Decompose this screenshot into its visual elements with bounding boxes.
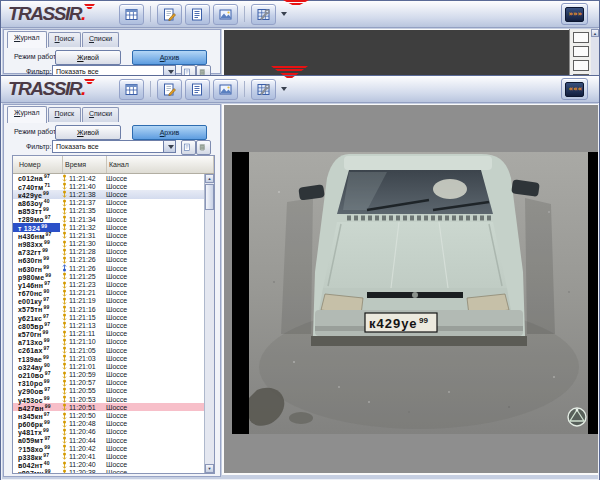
direction-down-icon — [60, 461, 69, 469]
time-cell: 11:21:21 — [69, 289, 106, 296]
time-cell: 11:21:26 — [69, 265, 106, 272]
time-cell: 11:21:37 — [69, 199, 106, 206]
direction-down-icon — [60, 354, 69, 362]
channel-cell: Шоссе — [106, 428, 205, 435]
collapse-chevrons-icon: ««« — [565, 82, 584, 97]
channel-cell: Шоссе — [106, 355, 205, 362]
chevron-down-icon — [168, 145, 174, 149]
video-panel: к429уе 99 — [222, 104, 598, 475]
scroll-up-button[interactable]: ▲ — [591, 29, 599, 37]
table-view-button[interactable] — [119, 4, 144, 25]
direction-down-icon — [60, 379, 69, 387]
live-mode-button[interactable]: Живой — [55, 50, 121, 65]
live-mode-button[interactable]: Живой — [55, 125, 121, 140]
toolbar-dropdown-icon[interactable] — [281, 87, 287, 91]
collapse-panel-button[interactable]: ««« — [561, 78, 588, 100]
chevron-down-icon — [168, 70, 174, 74]
archive-mode-button[interactable]: Архив — [132, 125, 207, 140]
filter-row: Фильтр: Показать все — [4, 140, 220, 154]
direction-down-icon — [60, 313, 69, 321]
column-header-channel[interactable]: Канал — [107, 156, 214, 173]
direction-down-icon — [60, 231, 69, 239]
edit-document-icon — [163, 83, 176, 96]
archive-mode-button[interactable]: Архив — [132, 50, 207, 65]
image-view-button[interactable] — [213, 4, 238, 25]
layout-settings-icon — [257, 83, 270, 96]
direction-down-icon — [60, 321, 69, 329]
direction-down-icon — [60, 469, 69, 473]
time-cell: 11:20:59 — [69, 371, 106, 378]
image-view-button[interactable] — [213, 79, 238, 100]
toolbar-divider — [150, 6, 151, 22]
table-scrollbar[interactable]: ▲ ▼ — [204, 174, 214, 473]
combo-dropdown-button[interactable] — [163, 141, 175, 152]
journal-panel: Журнал Поиск Списки Режим работы: Живой … — [3, 29, 221, 74]
license-plate-region: 99 — [419, 316, 428, 325]
layout-settings-button[interactable] — [251, 4, 276, 25]
direction-down-icon — [60, 190, 69, 198]
layout-settings-button[interactable] — [251, 79, 276, 100]
toolbar-dropdown-icon[interactable] — [281, 12, 287, 16]
channel-cell: Шоссе — [106, 412, 205, 419]
plate-cell: к807мн99 — [13, 468, 60, 473]
channel-cell: Шоссе — [106, 273, 205, 280]
edit-document-button[interactable] — [157, 79, 182, 100]
toolbar-divider — [244, 6, 245, 22]
driver-hat — [433, 179, 467, 199]
time-cell: 11:20:42 — [69, 445, 106, 452]
time-cell: 11:21:01 — [69, 363, 106, 370]
image-view-icon — [219, 8, 232, 21]
video-area-empty — [222, 29, 569, 77]
journal-list-button[interactable] — [185, 4, 210, 25]
mode-row: Режим работы: Живой Архив — [4, 50, 220, 64]
tab-search[interactable]: Поиск — [48, 107, 81, 122]
journal-window-front: TRASSIR. ««« Журнал Поиск Списки Режим р… — [0, 75, 600, 480]
channel-cell: Шоссе — [106, 216, 205, 223]
image-view-icon — [219, 83, 232, 96]
time-cell: 11:20:44 — [69, 437, 106, 444]
tab-journal[interactable]: Журнал — [7, 106, 47, 123]
channel-cell: Шоссе — [106, 248, 205, 255]
filmstrip[interactable] — [569, 29, 591, 77]
tab-lists[interactable]: Списки — [82, 32, 119, 47]
scroll-up-button[interactable]: ▲ — [205, 174, 214, 183]
filter-select[interactable]: Показать все — [52, 140, 176, 153]
journal-panel: Журнал Поиск Списки Режим работы: Живой … — [3, 104, 221, 477]
direction-down-icon — [60, 305, 69, 313]
table-row[interactable]: к807мн9911:20:38Шоссе — [13, 469, 205, 473]
time-cell: 11:20:55 — [69, 387, 106, 394]
tab-journal[interactable]: Журнал — [7, 31, 47, 48]
badge — [412, 292, 418, 298]
journal-list-button[interactable] — [185, 79, 210, 100]
time-cell: 11:21:34 — [69, 216, 106, 223]
direction-down-icon — [60, 395, 69, 403]
filmstrip-scrollbar[interactable]: ▲ — [591, 29, 599, 77]
time-cell: 11:21:31 — [69, 232, 106, 239]
edit-document-button[interactable] — [157, 4, 182, 25]
table-view-button[interactable] — [119, 79, 144, 100]
time-cell: 11:20:38 — [69, 469, 106, 473]
direction-down-icon — [60, 452, 69, 460]
channel-cell: Шоссе — [106, 265, 205, 272]
collapse-panel-button[interactable]: »»» — [561, 3, 588, 25]
direction-down-icon — [60, 272, 69, 280]
direction-down-icon — [60, 182, 69, 190]
time-cell: 11:20:57 — [69, 379, 106, 386]
direction-down-icon — [60, 403, 69, 411]
plate-table-body: с012на9711:21:42Шоссес740тм7111:21:40Шос… — [13, 174, 205, 473]
column-header-time[interactable]: Время — [63, 156, 107, 173]
tab-search[interactable]: Поиск — [48, 32, 81, 47]
channel-cell: Шоссе — [106, 289, 205, 296]
scroll-thumb[interactable] — [205, 184, 214, 210]
scroll-down-button[interactable]: ▼ — [205, 464, 214, 473]
filmstrip-frame — [573, 46, 589, 57]
license-plate-text: к429уе — [369, 316, 418, 331]
column-header-number[interactable]: Номер — [13, 156, 63, 173]
trash-icon — [199, 143, 208, 153]
direction-down-icon — [60, 371, 69, 379]
logo-dot: . — [81, 78, 85, 99]
filter-edit-button[interactable] — [181, 140, 196, 155]
tab-lists[interactable]: Списки — [82, 107, 119, 122]
filter-value: Показать все — [56, 143, 99, 150]
filter-delete-button[interactable] — [196, 140, 211, 155]
